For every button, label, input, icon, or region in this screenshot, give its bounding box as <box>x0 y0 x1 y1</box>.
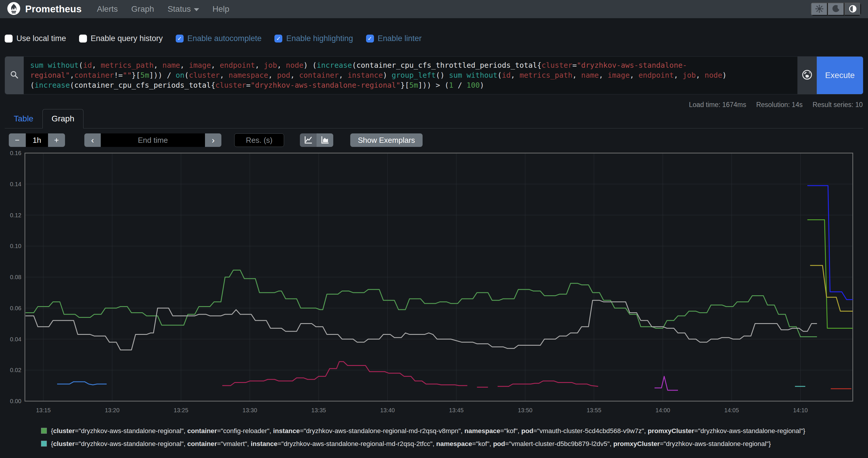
svg-text:13:15: 13:15 <box>36 407 51 413</box>
svg-text:0.14: 0.14 <box>10 181 21 188</box>
svg-text:0.00: 0.00 <box>10 398 21 404</box>
svg-text:13:40: 13:40 <box>380 407 395 413</box>
dark-theme-button[interactable] <box>828 3 844 16</box>
checkbox-use-local-time[interactable]: Use local time <box>5 34 66 43</box>
checkbox-enable-autocomplete[interactable]: ✓ Enable autocomplete <box>176 34 262 43</box>
range-increase-button[interactable]: + <box>48 134 65 147</box>
query-panel: sum without(id, metrics_path, name, imag… <box>5 56 863 94</box>
brand-link[interactable]: Prometheus <box>7 2 82 17</box>
chevron-down-icon <box>194 8 199 11</box>
checkbox-label: Enable highlighting <box>286 34 353 43</box>
panel-tabs: Table Graph <box>5 109 863 128</box>
svg-text:13:20: 13:20 <box>105 407 120 413</box>
end-time-prev-button[interactable]: ‹ <box>84 134 101 147</box>
show-exemplars-button[interactable]: Show Exemplars <box>350 134 423 147</box>
svg-text:13:25: 13:25 <box>174 407 188 413</box>
expression-input[interactable]: sum without(id, metrics_path, name, imag… <box>24 57 798 94</box>
end-time-group: ‹ › <box>84 134 221 147</box>
legend-item[interactable]: {cluster="dryzhkov-aws-standalone-region… <box>41 439 815 449</box>
chart-type-group <box>300 134 333 147</box>
checkbox-label: Use local time <box>17 34 66 43</box>
svg-text:0.10: 0.10 <box>10 243 21 249</box>
svg-text:14:10: 14:10 <box>793 407 808 413</box>
range-input[interactable] <box>26 134 48 147</box>
svg-text:0.04: 0.04 <box>10 336 21 342</box>
nav-links: Alerts Graph Status Help <box>97 4 229 14</box>
globe-icon <box>802 69 812 81</box>
nav-item-help[interactable]: Help <box>213 4 229 14</box>
svg-text:13:45: 13:45 <box>449 407 464 413</box>
checkbox-label: Enable query history <box>91 34 163 43</box>
checkbox-box: ✓ <box>176 35 184 42</box>
area-chart-icon <box>321 136 330 145</box>
line-chart-button[interactable] <box>300 134 316 147</box>
moon-icon <box>832 5 840 13</box>
svg-text:13:35: 13:35 <box>311 407 326 413</box>
end-time-next-button[interactable]: › <box>205 134 221 147</box>
auto-theme-icon <box>849 5 857 14</box>
nav-item-alerts[interactable]: Alerts <box>97 4 118 14</box>
svg-text:14:00: 14:00 <box>655 407 670 413</box>
sun-icon <box>815 5 824 14</box>
line-chart-icon <box>304 136 313 145</box>
execute-button[interactable]: Execute <box>817 57 863 94</box>
checkbox-label: Enable linter <box>378 34 422 43</box>
legend-series-labels: {cluster="dryzhkov-aws-standalone-region… <box>51 439 815 449</box>
metrics-explorer-button[interactable] <box>798 57 817 94</box>
checkbox-label: Enable autocomplete <box>187 34 262 43</box>
tab-graph[interactable]: Graph <box>42 109 84 128</box>
tab-table[interactable]: Table <box>5 109 42 128</box>
svg-text:0.12: 0.12 <box>10 212 21 219</box>
load-time-stat: Load time: 1674ms <box>689 101 746 109</box>
legend-item[interactable]: {cluster="dryzhkov-aws-standalone-region… <box>41 426 815 436</box>
svg-text:14:05: 14:05 <box>724 407 739 413</box>
app-title: Prometheus <box>25 3 82 15</box>
svg-text:0.16: 0.16 <box>10 150 21 156</box>
nav-item-status-label: Status <box>167 4 191 14</box>
nav-item-status[interactable]: Status <box>167 4 199 14</box>
graph-controls: − + ‹ › <box>9 134 423 147</box>
checkbox-box: ✓ <box>366 35 374 42</box>
checkbox-box: ✓ <box>274 35 282 42</box>
legend-swatch <box>41 428 47 434</box>
checkbox-enable-highlighting[interactable]: ✓ Enable highlighting <box>274 34 353 43</box>
svg-text:13:50: 13:50 <box>518 407 532 413</box>
svg-text:13:55: 13:55 <box>587 407 601 413</box>
nav-item-graph[interactable]: Graph <box>131 4 154 14</box>
light-theme-button[interactable] <box>811 3 828 16</box>
legend-series-labels: {cluster="dryzhkov-aws-standalone-region… <box>51 426 815 436</box>
range-input-group: − + <box>9 134 65 147</box>
end-time-input[interactable] <box>101 134 205 147</box>
prometheus-logo-icon <box>7 2 21 17</box>
checkbox-box <box>79 35 87 42</box>
legend-swatch <box>41 441 47 447</box>
resolution-input[interactable] <box>234 134 284 147</box>
auto-theme-button[interactable] <box>844 3 861 16</box>
theme-toggle-group <box>811 3 861 16</box>
range-decrease-button[interactable]: − <box>9 134 26 147</box>
checkbox-box <box>5 35 12 42</box>
svg-text:0.02: 0.02 <box>10 367 21 373</box>
checkbox-enable-linter[interactable]: ✓ Enable linter <box>366 34 422 43</box>
query-stats: Load time: 1674ms Resolution: 14s Result… <box>689 101 863 109</box>
search-addon <box>5 57 24 94</box>
svg-text:0.06: 0.06 <box>10 305 21 311</box>
navbar: Prometheus Alerts Graph Status Help <box>0 0 868 18</box>
options-row: Use local time Enable query history ✓ En… <box>5 34 422 43</box>
stacked-chart-button[interactable] <box>316 134 333 147</box>
svg-text:0.08: 0.08 <box>10 274 21 280</box>
search-icon <box>10 70 19 81</box>
graph-legend: {cluster="dryzhkov-aws-standalone-region… <box>41 426 815 452</box>
result-series-stat: Result series: 10 <box>813 101 863 109</box>
prometheus-app: Prometheus Alerts Graph Status Help <box>0 0 868 458</box>
checkbox-enable-query-history[interactable]: Enable query history <box>79 34 163 43</box>
svg-text:13:30: 13:30 <box>243 407 257 413</box>
resolution-stat: Resolution: 14s <box>756 101 803 109</box>
graph-canvas[interactable]: 0.000.020.040.060.080.100.120.140.1613:1… <box>0 149 868 422</box>
